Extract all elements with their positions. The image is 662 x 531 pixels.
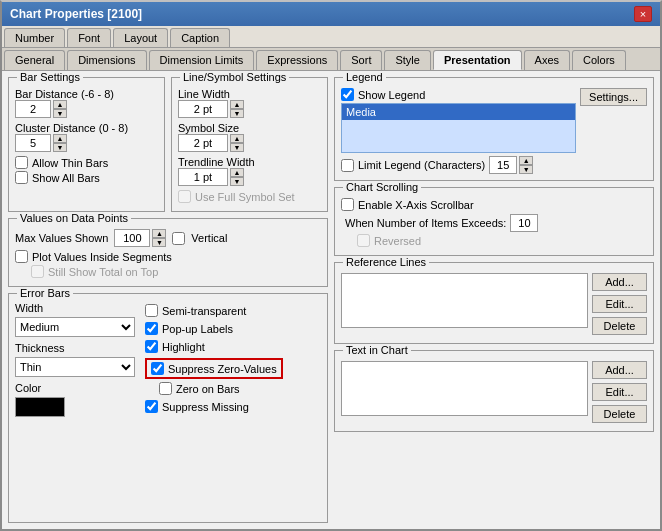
- tab-style[interactable]: Style: [384, 50, 430, 70]
- highlight-label[interactable]: Highlight: [162, 341, 205, 353]
- show-legend-label[interactable]: Show Legend: [358, 89, 425, 101]
- enable-scrollbar-label[interactable]: Enable X-Axis Scrollbar: [358, 199, 474, 211]
- limit-legend-label[interactable]: Limit Legend (Characters): [358, 159, 485, 171]
- when-exceeds-label: When Number of Items Exceeds:: [345, 217, 506, 229]
- values-on-data-points-group: Values on Data Points Max Values Shown ▲…: [8, 218, 328, 287]
- trendline-width-spinner[interactable]: ▲ ▼: [230, 168, 244, 186]
- vertical-checkbox[interactable]: [172, 232, 185, 245]
- allow-thin-bars-row: Allow Thin Bars: [15, 156, 158, 169]
- suppress-missing-checkbox[interactable]: [145, 400, 158, 413]
- show-all-bars-checkbox[interactable]: [15, 171, 28, 184]
- color-picker[interactable]: [15, 397, 65, 417]
- text-in-chart-group: Text in Chart Add... Edit... Delete: [334, 350, 654, 432]
- reversed-checkbox[interactable]: [357, 234, 370, 247]
- content-area: Bar Settings Bar Distance (-6 - 8) ▲ ▼ C…: [2, 71, 660, 529]
- cluster-distance-input[interactable]: [15, 134, 51, 152]
- symbol-size-spinner[interactable]: ▲ ▼: [230, 134, 244, 152]
- cluster-distance-spinner[interactable]: ▲ ▼: [53, 134, 67, 152]
- tab-sort[interactable]: Sort: [340, 50, 382, 70]
- legend-settings-button[interactable]: Settings...: [580, 88, 647, 106]
- max-values-input[interactable]: [114, 229, 150, 247]
- suppress-missing-label[interactable]: Suppress Missing: [162, 401, 249, 413]
- trendline-width-input[interactable]: [178, 168, 228, 186]
- show-all-bars-label[interactable]: Show All Bars: [32, 172, 100, 184]
- plot-values-label[interactable]: Plot Values Inside Segments: [32, 251, 172, 263]
- max-values-spinner[interactable]: ▲ ▼: [152, 229, 166, 247]
- trendline-width-down[interactable]: ▼: [230, 177, 244, 186]
- line-width-up[interactable]: ▲: [230, 100, 244, 109]
- ref-lines-delete-button[interactable]: Delete: [592, 317, 647, 335]
- zero-on-bars-label[interactable]: Zero on Bars: [176, 383, 240, 395]
- tab-general[interactable]: General: [4, 50, 65, 70]
- tab-dimension-limits[interactable]: Dimension Limits: [149, 50, 255, 70]
- reversed-label: Reversed: [374, 235, 421, 247]
- max-values-up[interactable]: ▲: [152, 229, 166, 238]
- tab-font[interactable]: Font: [67, 28, 111, 47]
- tab-axes[interactable]: Axes: [524, 50, 570, 70]
- allow-thin-bars-label[interactable]: Allow Thin Bars: [32, 157, 108, 169]
- limit-legend-checkbox[interactable]: [341, 159, 354, 172]
- text-chart-edit-button[interactable]: Edit...: [592, 383, 647, 401]
- bar-distance-down[interactable]: ▼: [53, 109, 67, 118]
- text-chart-add-button[interactable]: Add...: [592, 361, 647, 379]
- plot-values-row: Plot Values Inside Segments: [15, 250, 321, 263]
- ref-lines-add-button[interactable]: Add...: [592, 273, 647, 291]
- top-tab-row: Number Font Layout Caption: [2, 26, 660, 48]
- popup-labels-checkbox[interactable]: [145, 322, 158, 335]
- use-full-symbol-checkbox[interactable]: [178, 190, 191, 203]
- popup-labels-label[interactable]: Pop-up Labels: [162, 323, 233, 335]
- line-width-spinner[interactable]: ▲ ▼: [230, 100, 244, 118]
- thickness-label: Thickness: [15, 342, 135, 354]
- symbol-size-input[interactable]: [178, 134, 228, 152]
- tab-number[interactable]: Number: [4, 28, 65, 47]
- suppress-zero-checkbox[interactable]: [151, 362, 164, 375]
- plot-values-checkbox[interactable]: [15, 250, 28, 263]
- ref-lines-edit-button[interactable]: Edit...: [592, 295, 647, 313]
- tab-expressions[interactable]: Expressions: [256, 50, 338, 70]
- enable-scrollbar-checkbox[interactable]: [341, 198, 354, 211]
- close-button[interactable]: ×: [634, 6, 652, 22]
- bar-settings-group: Bar Settings Bar Distance (-6 - 8) ▲ ▼ C…: [8, 77, 165, 212]
- limit-legend-down[interactable]: ▼: [519, 165, 533, 174]
- text-chart-delete-button[interactable]: Delete: [592, 405, 647, 423]
- vertical-label[interactable]: Vertical: [191, 232, 227, 244]
- limit-legend-up[interactable]: ▲: [519, 156, 533, 165]
- legend-listbox[interactable]: Media: [341, 103, 576, 153]
- tab-layout[interactable]: Layout: [113, 28, 168, 47]
- highlight-row: Highlight: [145, 340, 283, 353]
- reference-lines-title: Reference Lines: [343, 256, 429, 268]
- legend-item-media[interactable]: Media: [342, 104, 575, 120]
- trendline-width-up[interactable]: ▲: [230, 168, 244, 177]
- suppress-zero-label[interactable]: Suppress Zero-Values: [168, 363, 277, 375]
- semi-transparent-checkbox[interactable]: [145, 304, 158, 317]
- thickness-dropdown[interactable]: Thin Medium Thick: [15, 357, 135, 377]
- tab-dimensions[interactable]: Dimensions: [67, 50, 146, 70]
- error-bars-group: Error Bars Width Medium Thin Thick Thick…: [8, 293, 328, 523]
- symbol-size-up[interactable]: ▲: [230, 134, 244, 143]
- limit-legend-spinner[interactable]: ▲ ▼: [519, 156, 533, 174]
- allow-thin-bars-checkbox[interactable]: [15, 156, 28, 169]
- tab-presentation[interactable]: Presentation: [433, 50, 522, 70]
- line-width-label: Line Width: [178, 88, 321, 100]
- cluster-distance-down[interactable]: ▼: [53, 143, 67, 152]
- zero-on-bars-checkbox[interactable]: [159, 382, 172, 395]
- cluster-distance-up[interactable]: ▲: [53, 134, 67, 143]
- symbol-size-down[interactable]: ▼: [230, 143, 244, 152]
- tab-caption[interactable]: Caption: [170, 28, 230, 47]
- semi-transparent-label[interactable]: Semi-transparent: [162, 305, 246, 317]
- tab-colors[interactable]: Colors: [572, 50, 626, 70]
- bar-distance-spinner[interactable]: ▲ ▼: [53, 100, 67, 118]
- line-width-input[interactable]: [178, 100, 228, 118]
- limit-legend-input[interactable]: [489, 156, 517, 174]
- bar-distance-up[interactable]: ▲: [53, 100, 67, 109]
- show-legend-checkbox[interactable]: [341, 88, 354, 101]
- still-show-checkbox[interactable]: [31, 265, 44, 278]
- bar-distance-input[interactable]: [15, 100, 51, 118]
- max-values-down[interactable]: ▼: [152, 238, 166, 247]
- use-full-symbol-row: Use Full Symbol Set: [178, 190, 321, 203]
- title-bar: Chart Properties [2100] ×: [2, 2, 660, 26]
- line-width-down[interactable]: ▼: [230, 109, 244, 118]
- when-exceeds-input[interactable]: [510, 214, 538, 232]
- width-dropdown[interactable]: Medium Thin Thick: [15, 317, 135, 337]
- highlight-checkbox[interactable]: [145, 340, 158, 353]
